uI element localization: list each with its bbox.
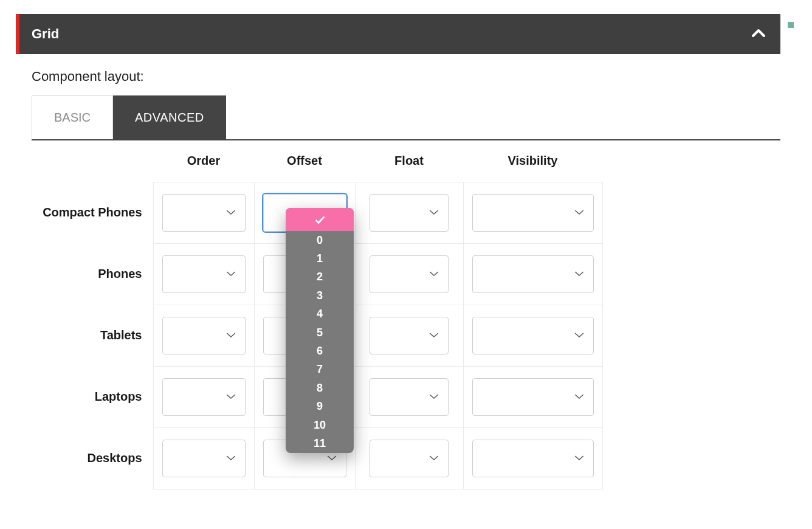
chevron-down-icon — [574, 392, 585, 403]
dropdown-option[interactable]: 9 — [286, 398, 354, 416]
col-header-float: Float — [355, 140, 463, 182]
select-compact-phones-float[interactable] — [370, 194, 449, 232]
tab-basic-label: BASIC — [54, 111, 91, 125]
select-desktops-visibility[interactable] — [472, 440, 594, 477]
dropdown-option-label: 7 — [317, 363, 323, 376]
dropdown-option[interactable]: 7 — [286, 361, 354, 379]
chevron-down-icon — [225, 269, 236, 280]
chevron-down-icon — [225, 392, 236, 403]
tab-row: BASIC ADVANCED — [32, 95, 780, 140]
tab-advanced[interactable]: ADVANCED — [113, 95, 226, 139]
dropdown-option-label: 0 — [317, 234, 323, 247]
dropdown-option-label: 6 — [317, 345, 323, 358]
chevron-down-icon — [428, 392, 439, 403]
row-label-phones: Phones — [32, 243, 153, 305]
chevron-down-icon — [574, 453, 585, 464]
dropdown-option[interactable]: 1 — [286, 249, 354, 268]
select-compact-phones-visibility[interactable] — [472, 194, 594, 232]
select-phones-order[interactable] — [162, 255, 246, 293]
dropdown-option[interactable]: 11 — [286, 434, 354, 452]
dropdown-option-label: 9 — [317, 400, 323, 413]
dropdown-option[interactable]: 8 — [286, 379, 354, 397]
col-header-offset: Offset — [254, 140, 355, 182]
dropdown-option-label: 1 — [317, 252, 323, 265]
grid-panel: Grid Component layout: BASIC ADVANCED Or… — [16, 14, 780, 489]
chevron-down-icon — [428, 269, 439, 280]
section-label: Component layout: — [32, 69, 780, 85]
dropdown-option[interactable]: 10 — [286, 416, 354, 434]
dropdown-option[interactable]: 4 — [286, 305, 354, 323]
chevron-down-icon — [326, 453, 337, 464]
select-laptops-order[interactable] — [162, 378, 246, 416]
dropdown-option-label: 4 — [317, 308, 323, 320]
panel-header[interactable]: Grid — [16, 14, 780, 54]
tab-basic[interactable]: BASIC — [32, 95, 113, 139]
col-header-visibility: Visibility — [463, 140, 602, 182]
check-icon — [313, 213, 326, 226]
select-phones-float[interactable] — [370, 255, 449, 293]
chevron-down-icon — [428, 453, 439, 464]
panel-title: Grid — [32, 26, 59, 42]
dropdown-option[interactable]: 6 — [286, 342, 354, 360]
select-laptops-float[interactable] — [370, 378, 449, 416]
page-marker — [788, 22, 794, 28]
chevron-down-icon — [428, 330, 439, 341]
dropdown-option-label: 2 — [317, 271, 323, 283]
dropdown-option-label: 3 — [317, 289, 323, 302]
chevron-down-icon — [225, 330, 236, 341]
chevron-down-icon — [428, 207, 439, 218]
select-laptops-visibility[interactable] — [472, 378, 594, 416]
dropdown-option[interactable]: 0 — [286, 231, 354, 249]
col-header-order: Order — [153, 140, 254, 182]
chevron-down-icon — [574, 330, 585, 341]
row-label-laptops: Laptops — [32, 366, 153, 427]
tab-advanced-label: ADVANCED — [135, 111, 204, 125]
chevron-down-icon — [574, 207, 585, 218]
panel-body: Component layout: BASIC ADVANCED Order O… — [16, 54, 780, 489]
dropdown-option[interactable]: 5 — [286, 323, 354, 342]
select-tablets-float[interactable] — [370, 317, 449, 354]
offset-dropdown[interactable]: 0 1 2 3 4 5 6 7 8 9 10 11 — [286, 208, 354, 453]
dropdown-option-label: 5 — [317, 327, 323, 339]
select-phones-visibility[interactable] — [472, 255, 594, 293]
select-desktops-float[interactable] — [370, 440, 449, 477]
row-label-tablets: Tablets — [32, 305, 153, 366]
dropdown-option[interactable]: 3 — [286, 286, 354, 305]
chevron-down-icon — [574, 269, 585, 280]
select-tablets-visibility[interactable] — [472, 317, 594, 354]
dropdown-option-selected[interactable] — [286, 208, 354, 231]
dropdown-option-label: 11 — [314, 437, 326, 450]
row-label-desktops: Desktops — [32, 427, 153, 489]
dropdown-option-label: 8 — [317, 382, 323, 395]
dropdown-option-label: 10 — [314, 419, 326, 432]
select-tablets-order[interactable] — [162, 317, 246, 354]
col-header-empty — [32, 140, 153, 182]
select-desktops-order[interactable] — [162, 440, 246, 477]
chevron-down-icon — [225, 453, 236, 464]
dropdown-option[interactable]: 2 — [286, 268, 354, 286]
row-label-compact-phones: Compact Phones — [32, 182, 153, 243]
chevron-up-icon[interactable] — [751, 26, 766, 42]
select-compact-phones-order[interactable] — [162, 194, 246, 232]
chevron-down-icon — [225, 207, 236, 218]
